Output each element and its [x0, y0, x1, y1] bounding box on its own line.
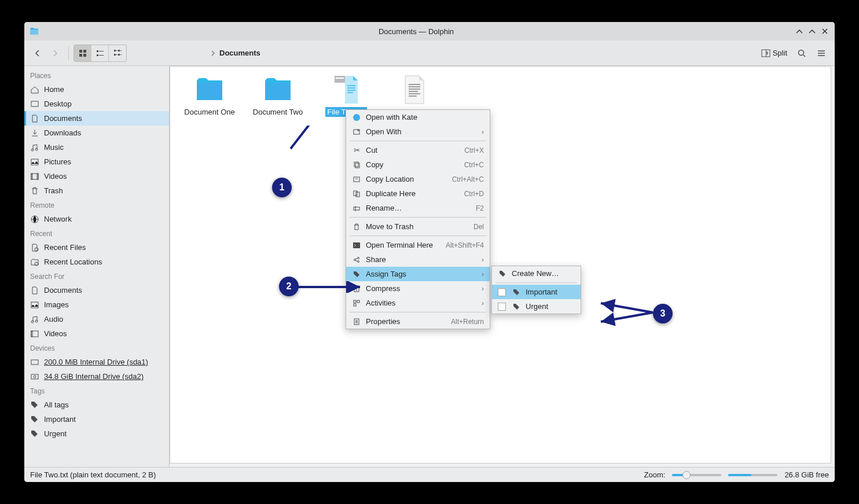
svg-rect-37 — [31, 374, 38, 379]
minimize-button[interactable] — [793, 25, 806, 38]
sidebar-item-recent-files[interactable]: Recent Files — [24, 240, 169, 255]
svg-point-51 — [353, 114, 360, 121]
videos-icon — [30, 329, 39, 339]
svg-rect-17 — [766, 50, 766, 57]
music-icon — [30, 143, 39, 152]
menu-copy-location[interactable]: Copy LocationCtrl+Alt+C — [346, 172, 490, 186]
free-space-text: 26.8 GiB free — [784, 470, 829, 479]
menu-activities[interactable]: Activities› — [346, 296, 490, 310]
tag-icon — [30, 415, 39, 424]
sidebar-item-pictures[interactable]: Pictures — [24, 154, 169, 169]
annotation-2: 2 — [279, 277, 299, 296]
breadcrumb[interactable]: Documents — [210, 49, 260, 57]
menu-terminal[interactable]: Open Terminal HereAlt+Shift+F4 — [346, 238, 490, 252]
download-icon — [30, 128, 39, 138]
close-button[interactable] — [818, 25, 831, 38]
forward-button[interactable] — [46, 45, 64, 62]
duplicate-icon — [352, 190, 361, 198]
checkbox[interactable] — [498, 288, 506, 296]
titlebar: Documents — Dolphin — [24, 22, 835, 41]
submenu-tag-urgent[interactable]: Urgent — [492, 299, 581, 314]
svg-rect-6 — [97, 54, 98, 56]
back-button[interactable] — [29, 45, 46, 62]
folder-icon — [262, 75, 294, 105]
menu-open-kate[interactable]: Open with Kate — [346, 110, 490, 124]
detail-view-button[interactable] — [109, 45, 126, 61]
videos-icon — [30, 172, 39, 181]
section-search: Search For — [24, 269, 169, 283]
zoom-label: Zoom: — [644, 470, 666, 479]
file-item-folder[interactable]: Document Two — [250, 75, 306, 117]
section-recent: Recent — [24, 226, 169, 240]
tags-submenu: Create New… Important Urgent — [491, 266, 581, 314]
sidebar-search-images[interactable]: Images — [24, 297, 169, 312]
svg-rect-66 — [354, 304, 356, 306]
sidebar-search-audio[interactable]: Audio — [24, 312, 169, 326]
submenu-tag-important[interactable]: Important — [492, 285, 581, 299]
sidebar-item-recent-locations[interactable]: Recent Locations — [24, 255, 169, 269]
svg-rect-26 — [31, 174, 32, 179]
checkbox[interactable] — [498, 303, 506, 311]
section-places: Places — [24, 68, 169, 82]
sidebar-tag-all[interactable]: All tags — [24, 398, 169, 412]
window-title: Documents — Dolphin — [39, 27, 793, 36]
menu-properties[interactable]: PropertiesAlt+Return — [346, 314, 490, 329]
menu-duplicate[interactable]: Duplicate HereCtrl+D — [346, 186, 490, 201]
tag-icon — [30, 400, 39, 410]
menu-assign-tags[interactable]: Assign Tags› — [346, 267, 490, 281]
svg-rect-27 — [37, 174, 38, 179]
menu-rename[interactable]: Rename…F2 — [346, 201, 490, 215]
maximize-button[interactable] — [806, 25, 818, 38]
music-icon — [30, 315, 39, 324]
sidebar-tag-urgent[interactable]: Urgent — [24, 426, 169, 441]
svg-rect-59 — [353, 242, 360, 248]
submenu-create-new[interactable]: Create New… — [492, 266, 581, 281]
svg-rect-48 — [409, 91, 418, 92]
sidebar-device-sda1[interactable]: 200.0 MiB Internal Drive (sda1) — [24, 355, 169, 369]
file-view[interactable]: Document One Document Two File Two.txt F… — [170, 66, 831, 463]
compact-view-button[interactable] — [91, 45, 109, 61]
tag-icon — [30, 429, 39, 439]
menu-share[interactable]: Share› — [346, 252, 490, 267]
svg-rect-49 — [409, 93, 420, 94]
svg-rect-8 — [114, 50, 116, 51]
menu-cut[interactable]: ✂CutCtrl+X — [346, 143, 490, 157]
document-icon — [30, 286, 39, 295]
icon-view-button[interactable] — [74, 45, 91, 61]
svg-point-29 — [35, 248, 38, 251]
sidebar-item-music[interactable]: Music — [24, 140, 169, 154]
recent-files-icon — [30, 243, 39, 252]
svg-rect-55 — [354, 177, 359, 182]
sidebar-item-trash[interactable]: Trash — [24, 183, 169, 198]
sidebar-item-downloads[interactable]: Downloads — [24, 126, 169, 140]
menu-copy[interactable]: CopyCtrl+C — [346, 157, 490, 172]
pictures-icon — [30, 300, 39, 310]
sidebar-item-desktop[interactable]: Desktop — [24, 97, 169, 111]
sidebar-device-sda2[interactable]: 34.8 GiB Internal Drive (sda2) — [24, 369, 169, 384]
sidebar-item-network[interactable]: Network — [24, 212, 169, 226]
split-button[interactable]: Split — [758, 45, 791, 62]
sidebar-tag-important[interactable]: Important — [24, 412, 169, 426]
statusbar: File Two.txt (plain text document, 2 B) … — [24, 467, 835, 482]
svg-rect-40 — [336, 78, 344, 79]
sidebar-search-documents[interactable]: Documents — [24, 283, 169, 297]
file-item-folder[interactable]: Document One — [182, 75, 237, 117]
svg-rect-2 — [79, 54, 82, 57]
sidebar-search-videos[interactable]: Videos — [24, 326, 169, 341]
svg-rect-39 — [335, 76, 345, 83]
svg-rect-3 — [83, 54, 86, 57]
app-icon — [29, 26, 39, 36]
svg-rect-15 — [120, 54, 122, 55]
hamburger-menu-button[interactable] — [813, 45, 830, 62]
status-text: File Two.txt (plain text document, 2 B) — [30, 470, 156, 479]
menu-open-with[interactable]: Open With› — [346, 124, 490, 139]
sidebar-item-videos[interactable]: Videos — [24, 169, 169, 183]
menu-trash[interactable]: Move to TrashDel — [346, 219, 490, 234]
zoom-slider[interactable] — [672, 474, 721, 476]
sidebar-item-documents[interactable]: Documents — [24, 111, 169, 126]
section-devices: Devices — [24, 341, 169, 355]
trash-icon — [352, 223, 361, 231]
sidebar-item-home[interactable]: Home — [24, 82, 169, 97]
search-button[interactable] — [793, 45, 810, 62]
svg-rect-45 — [409, 84, 420, 85]
